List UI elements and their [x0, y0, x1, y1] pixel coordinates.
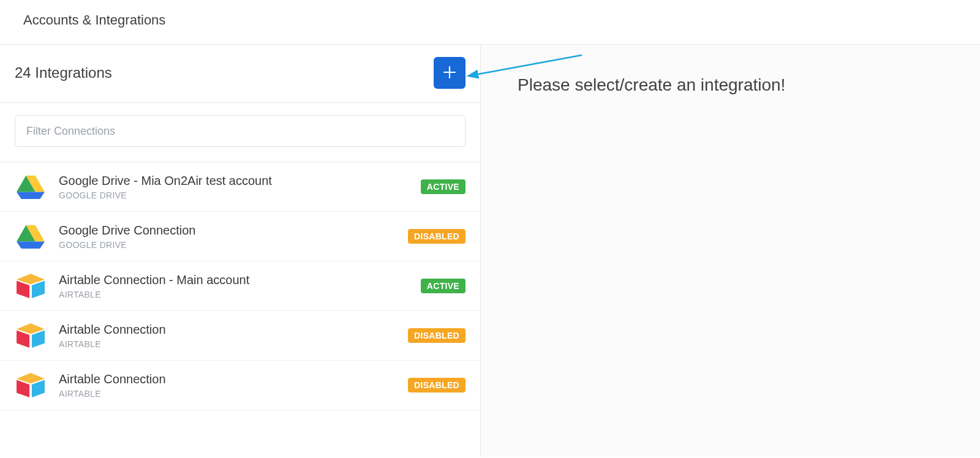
page-title: Accounts & Integrations	[0, 0, 980, 45]
status-badge: DISABLED	[408, 328, 466, 343]
google-drive-icon	[15, 173, 49, 200]
airtable-icon	[15, 272, 49, 299]
integration-provider: GOOGLE DRIVE	[59, 190, 421, 200]
integration-provider: AIRTABLE	[59, 389, 408, 399]
status-badge: DISABLED	[408, 378, 466, 392]
integration-title: Google Drive Connection	[59, 223, 408, 238]
google-drive-icon	[15, 223, 49, 250]
integrations-count: 24 Integrations	[15, 64, 112, 81]
status-badge: DISABLED	[408, 229, 466, 244]
empty-state-prompt: Please select/create an integration!	[518, 75, 943, 95]
integration-row[interactable]: Google Drive - Mia On2Air test accountGO…	[0, 162, 480, 212]
airtable-icon	[15, 372, 49, 399]
integration-provider: AIRTABLE	[59, 290, 421, 299]
status-badge: ACTIVE	[421, 279, 466, 293]
integration-row[interactable]: Google Drive ConnectionGOOGLE DRIVEDISAB…	[0, 212, 480, 261]
status-badge: ACTIVE	[421, 179, 466, 194]
integration-row[interactable]: Airtable ConnectionAIRTABLEDISABLED	[0, 311, 480, 361]
integration-row[interactable]: Airtable Connection - Main accountAIRTAB…	[0, 261, 480, 311]
airtable-icon	[15, 322, 49, 349]
integration-title: Google Drive - Mia On2Air test account	[59, 174, 421, 188]
integrations-panel: 24 Integrations Google Drive - Mia On2Ai…	[0, 45, 481, 457]
integration-provider: AIRTABLE	[59, 339, 408, 349]
plus-icon	[442, 64, 458, 82]
filter-connections-input[interactable]	[15, 115, 466, 147]
integration-provider: GOOGLE DRIVE	[59, 240, 408, 250]
integrations-list[interactable]: Google Drive - Mia On2Air test accountGO…	[0, 162, 480, 457]
integration-title: Airtable Connection - Main account	[59, 273, 421, 287]
integration-title: Airtable Connection	[59, 323, 408, 337]
detail-panel: Please select/create an integration!	[481, 45, 980, 457]
integration-title: Airtable Connection	[59, 372, 408, 386]
add-integration-button[interactable]	[434, 57, 466, 89]
integration-row[interactable]: Airtable ConnectionAIRTABLEDISABLED	[0, 361, 480, 410]
